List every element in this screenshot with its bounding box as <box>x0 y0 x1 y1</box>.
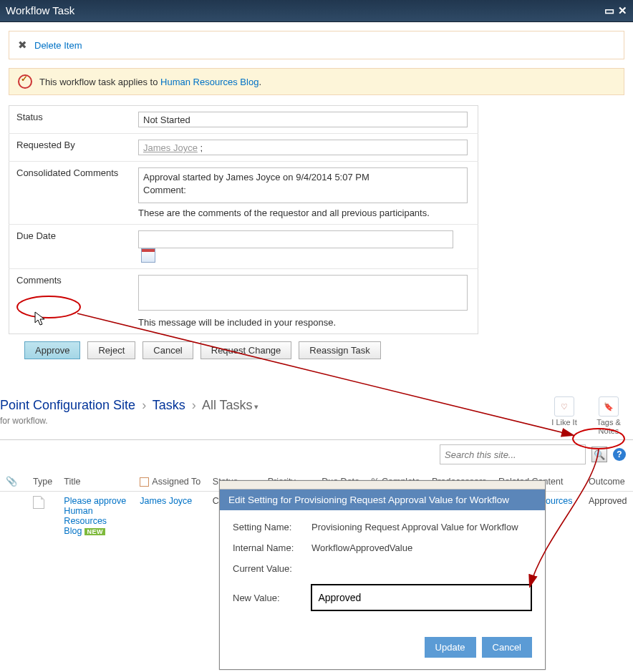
breadcrumb: Point Configuration Site › Tasks › All T… <box>0 396 258 413</box>
action-buttons: Approve Reject Cancel Request Change Rea… <box>9 334 624 359</box>
tags-notes-button[interactable]: 🔖 Tags & Notes <box>591 396 626 435</box>
due-date-label: Due Date <box>9 225 132 269</box>
info-item-link[interactable]: Human Resources Blog <box>160 77 258 87</box>
delete-panel: ✖ Delete Item <box>9 31 624 59</box>
consolidated-label: Consolidated Comments <box>9 162 132 225</box>
row-assigned-link[interactable]: James Joyce <box>140 496 192 506</box>
request-change-button[interactable]: Request Change <box>200 341 292 359</box>
maximize-icon[interactable]: ▭ <box>604 0 614 21</box>
heart-icon: ♡ <box>554 396 574 417</box>
requested-by-label: Requested By <box>9 134 132 162</box>
comments-hint: This message will be included in your re… <box>138 317 470 328</box>
internal-name-value: WorkflowApprovedValue <box>311 542 412 553</box>
row-outcome: Approved <box>583 492 633 541</box>
col-outcome[interactable]: Outcome <box>583 472 633 492</box>
task-form: Status Not Started Requested By James Jo… <box>9 105 478 334</box>
delete-icon: ✖ <box>18 39 27 52</box>
close-icon[interactable]: ✕ <box>617 0 627 21</box>
search-input[interactable] <box>440 444 586 464</box>
status-label: Status <box>9 106 132 134</box>
cancel-button[interactable]: Cancel <box>142 341 193 359</box>
setting-name-value: Provisioning Request Approval Value for … <box>311 522 518 532</box>
breadcrumb-subtitle: for workflow. <box>0 416 258 426</box>
requested-by-value: James Joyce ; <box>138 140 468 155</box>
current-value-label: Current Value: <box>233 563 311 574</box>
like-button[interactable]: ♡ I Like It <box>547 396 581 427</box>
requested-by-link[interactable]: James Joyce <box>143 142 198 153</box>
status-value: Not Started <box>138 112 468 127</box>
search-go-icon[interactable]: 🔍 <box>591 447 607 462</box>
dialog-header: Workflow Task ▭ ✕ <box>0 0 633 22</box>
tags-icon: 🔖 <box>599 396 619 417</box>
info-prefix: This workflow task applies to <box>39 77 160 87</box>
calendar-icon[interactable] <box>141 248 155 263</box>
setting-name-label: Setting Name: <box>233 522 311 532</box>
view-dropdown-icon[interactable]: ▾ <box>253 402 258 411</box>
edit-cancel-button[interactable]: Cancel <box>482 637 532 658</box>
info-panel: This workflow task applies to Human Reso… <box>9 68 624 95</box>
new-value-label: New Value: <box>233 593 311 603</box>
new-badge: NEW <box>84 528 105 535</box>
reassign-button[interactable]: Reassign Task <box>299 341 380 359</box>
dialog-title: Workflow Task <box>6 0 74 21</box>
consolidated-value: Approval started by James Joyce on 9/4/2… <box>138 167 468 203</box>
consolidated-hint: These are the comments of the requestor … <box>138 208 470 218</box>
reject-button[interactable]: Reject <box>87 341 135 359</box>
update-button[interactable]: Update <box>425 637 476 658</box>
breadcrumb-list[interactable]: Tasks <box>153 398 185 412</box>
comments-field[interactable] <box>138 275 468 311</box>
edit-setting-dialog: Edit Setting for Provisioning Request Ap… <box>219 480 546 670</box>
due-date-field[interactable] <box>138 230 453 248</box>
col-type[interactable]: Type <box>27 472 58 492</box>
attachment-icon: 📎 <box>6 476 17 487</box>
new-value-field[interactable] <box>311 584 532 611</box>
comments-label: Comments <box>9 269 132 334</box>
info-suffix: . <box>258 77 261 87</box>
approve-button[interactable]: Approve <box>24 341 80 359</box>
col-assigned-to[interactable]: Assigned To <box>134 472 206 492</box>
help-icon[interactable]: ? <box>613 448 626 461</box>
people-icon <box>140 477 149 487</box>
edit-dialog-title: Edit Setting for Provisioning Request Ap… <box>220 490 545 510</box>
internal-name-label: Internal Name: <box>233 542 311 553</box>
document-icon <box>33 496 44 509</box>
breadcrumb-site[interactable]: Point Configuration Site <box>0 398 135 412</box>
delete-item-link[interactable]: Delete Item <box>34 40 82 51</box>
col-title[interactable]: Title <box>58 472 134 492</box>
task-info-icon <box>18 74 32 89</box>
breadcrumb-view: All Tasks <box>202 398 253 412</box>
